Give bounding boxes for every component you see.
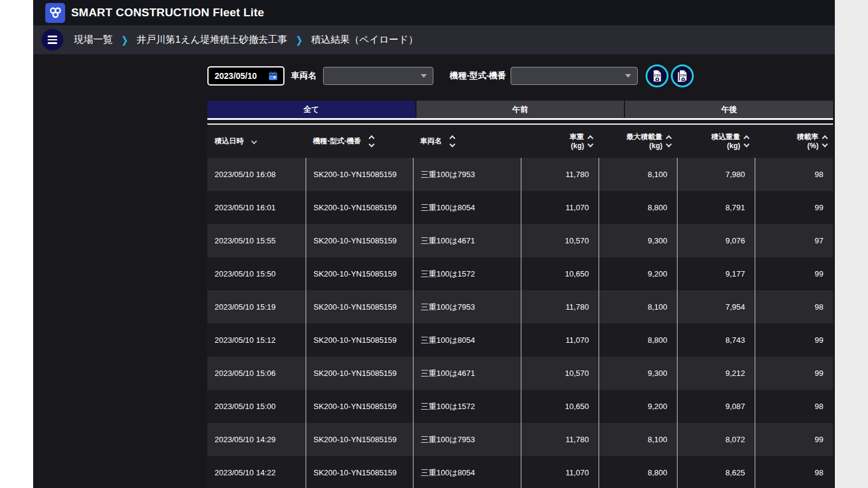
table-cell: SK200-10-YN15085159 [306, 423, 413, 456]
tab-morning[interactable]: 午前 [417, 101, 624, 118]
payload-results-table: 積込日時 機種-型式-機番 車両名 車重(kg) 最大積載量(kg) [207, 124, 833, 488]
sort-both-icon[interactable] [588, 136, 593, 146]
table-cell: 8,625 [677, 456, 755, 488]
desktop-background [835, 0, 868, 488]
table-cell: 7,980 [677, 158, 755, 191]
table-cell: 2023/05/10 14:22 [207, 456, 306, 488]
column-header-vehicle-name[interactable]: 車両名 [413, 125, 521, 158]
table-cell: SK200-10-YN15085159 [306, 191, 413, 224]
breadcrumb: 現場一覧 ❯ 井戸川第1えん堤堆積土砂撤去工事 ❯ 積込結果（ペイロード） [74, 34, 418, 46]
table-cell: 三重100は1572 [413, 390, 521, 423]
table-cell: 9,212 [677, 357, 755, 390]
table-cell: 99 [755, 191, 833, 224]
table-row: 2023/05/10 15:12SK200-10-YN15085159三重100… [207, 324, 833, 357]
csv-multi-file-icon: CSV [676, 69, 689, 83]
table-cell: 8,100 [599, 158, 677, 191]
tab-all[interactable]: 全て [207, 101, 415, 118]
table-cell: 2023/05/10 15:12 [207, 324, 306, 357]
table-cell: 三重100は1572 [413, 257, 521, 290]
table-cell: SK200-10-YN15085159 [306, 390, 413, 423]
table-cell: 9,076 [677, 224, 755, 257]
table-cell: 三重100は7953 [413, 423, 521, 456]
sort-both-icon[interactable] [450, 136, 454, 146]
sort-both-icon[interactable] [744, 136, 749, 146]
table-cell: 三重100は8054 [413, 456, 521, 488]
tab-underline [207, 118, 833, 120]
machine-model-label: 機種-型式-機番 [450, 70, 506, 81]
table-row: 2023/05/10 15:19SK200-10-YN15085159三重100… [207, 290, 833, 324]
sort-desc-icon[interactable] [252, 139, 256, 143]
calendar-icon[interactable] [268, 70, 278, 81]
column-header-load-datetime[interactable]: 積込日時 [207, 125, 306, 158]
date-picker-input[interactable]: 2023/05/10 [207, 66, 285, 86]
table-cell: SK200-10-YN15085159 [306, 357, 413, 390]
table-cell: 8,100 [599, 290, 677, 324]
table-cell: 98 [755, 456, 833, 488]
column-header-machine-model[interactable]: 機種-型式-機番 [306, 125, 413, 158]
column-header-load-weight[interactable]: 積込重量(kg) [677, 125, 755, 158]
table-cell: 11,070 [521, 456, 599, 488]
table-cell: 98 [755, 290, 833, 324]
table-row: 2023/05/10 15:55SK200-10-YN15085159三重100… [207, 224, 833, 257]
table-cell: 8,800 [599, 324, 677, 357]
table-cell: SK200-10-YN15085159 [306, 456, 413, 488]
table-row: 2023/05/10 15:06SK200-10-YN15085159三重100… [207, 357, 833, 390]
table-cell: 9,300 [599, 224, 677, 257]
table-cell: 10,650 [521, 390, 599, 423]
app-title: SMART CONSTRUCTION Fleet Lite [71, 6, 264, 19]
breadcrumb-bar: 現場一覧 ❯ 井戸川第1えん堤堆積土砂撤去工事 ❯ 積込結果（ペイロード） [33, 25, 835, 54]
csv-download-all-button[interactable]: CSV [671, 64, 694, 87]
sort-both-icon[interactable] [667, 136, 671, 146]
breadcrumb-site-list[interactable]: 現場一覧 [74, 34, 113, 46]
table-cell: 10,570 [521, 357, 599, 390]
table-cell: 99 [755, 324, 833, 357]
vehicle-name-label: 車両名 [291, 70, 316, 81]
date-value: 2023/05/10 [215, 71, 257, 81]
svg-text:CSV: CSV [655, 74, 661, 77]
sort-both-icon[interactable] [823, 136, 827, 146]
table-cell: 10,570 [521, 224, 599, 257]
top-header-bar: SMART CONSTRUCTION Fleet Lite [33, 0, 835, 25]
table-cell: 10,650 [521, 257, 599, 290]
tab-afternoon[interactable]: 午後 [625, 101, 833, 118]
column-header-max-load[interactable]: 最大積載量(kg) [599, 125, 677, 158]
table-cell: 2023/05/10 16:08 [207, 158, 306, 191]
table-cell: 2023/05/10 15:06 [207, 357, 306, 390]
column-header-vehicle-weight[interactable]: 車重(kg) [521, 125, 599, 158]
table-cell: 11,780 [521, 423, 599, 456]
column-header-load-rate[interactable]: 積載率(%) [755, 125, 833, 158]
table-cell: 11,780 [521, 290, 599, 324]
vehicle-name-select[interactable] [323, 67, 433, 85]
table-cell: 11,070 [521, 324, 599, 357]
table-cell: SK200-10-YN15085159 [306, 290, 413, 324]
period-tabs: 全て 午前 午後 [207, 101, 833, 118]
main-content: 2023/05/10 車両名 機種-型式-機番 [207, 65, 833, 488]
chevron-down-icon [625, 74, 631, 78]
sort-both-icon[interactable] [370, 136, 374, 146]
table-cell: SK200-10-YN15085159 [306, 224, 413, 257]
table-cell: 9,087 [677, 390, 755, 423]
table-cell: 三重100は7953 [413, 158, 521, 191]
breadcrumb-site-name[interactable]: 井戸川第1えん堤堆積土砂撤去工事 [137, 34, 288, 46]
table-cell: 7,954 [677, 290, 755, 324]
table-cell: SK200-10-YN15085159 [306, 158, 413, 191]
table-cell: 三重100は8054 [413, 324, 521, 357]
table-cell: 2023/05/10 14:29 [207, 423, 306, 456]
table-cell: 11,070 [521, 191, 599, 224]
table-row: 2023/05/10 15:00SK200-10-YN15085159三重100… [207, 390, 833, 423]
hamburger-menu-button[interactable] [42, 29, 63, 51]
app-window: SMART CONSTRUCTION Fleet Lite 現場一覧 ❯ 井戸川… [33, 0, 835, 488]
table-cell: 2023/05/10 15:00 [207, 390, 306, 423]
table-cell: 97 [755, 224, 833, 257]
machine-model-select[interactable] [511, 67, 638, 85]
chevron-right-icon: ❯ [121, 34, 128, 45]
table-cell: 8,800 [599, 456, 677, 488]
chevron-right-icon: ❯ [295, 34, 303, 45]
table-cell: 8,072 [677, 423, 755, 456]
table-cell: 99 [755, 423, 833, 456]
table-cell: 三重100は4671 [413, 224, 521, 257]
csv-download-button[interactable]: CSV [646, 64, 668, 87]
table-cell: 9,177 [677, 257, 755, 290]
table-cell: 三重100は7953 [413, 290, 521, 324]
chevron-down-icon [421, 74, 427, 78]
